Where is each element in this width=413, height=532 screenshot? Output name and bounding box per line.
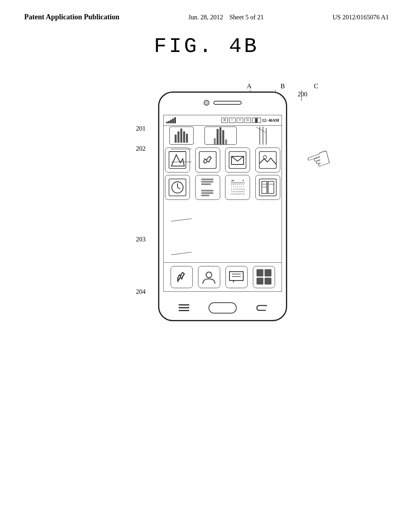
svg-rect-17 [268, 181, 274, 193]
back-icon [255, 303, 267, 313]
svg-point-22 [206, 272, 212, 278]
dock [164, 262, 282, 291]
app-icon-calendar[interactable]: 069 SMTWTFS 1234567 891011121314 1516171… [225, 175, 250, 200]
dock-grid-icon[interactable] [253, 266, 275, 288]
home-button[interactable] [209, 302, 237, 314]
phone-icon [198, 151, 217, 169]
camera-lens [205, 102, 208, 104]
label-b: B [281, 83, 285, 90]
patent-number: US 2012/0165076 A1 [332, 12, 389, 23]
status-icon-1: ⊞ [221, 118, 228, 123]
bar-chart-icon-2 [214, 127, 227, 144]
battery-icon: ▓ [252, 118, 261, 123]
ref-203: 203 [136, 236, 146, 243]
mail-icon [228, 151, 247, 169]
app-row-2: 069 SMTWTFS 1234567 891011121314 1516171… [164, 175, 282, 200]
phone-top [204, 100, 242, 106]
app-icon-clock[interactable] [165, 175, 190, 200]
patent-label: Patent Application Publication [24, 12, 119, 22]
dock-phone-icon[interactable] [171, 266, 193, 288]
speaker-icon [213, 101, 242, 105]
dock-phone-svg [173, 268, 190, 285]
label-c: C [314, 83, 318, 90]
svg-line-14 [177, 187, 180, 189]
nav-bar [159, 296, 286, 320]
status-icon-4: ⊟ [244, 118, 251, 123]
app-icon-phone[interactable] [195, 148, 220, 172]
widget-row [164, 126, 282, 146]
svg-point-10 [263, 156, 267, 159]
dock-messages-svg [228, 268, 245, 285]
app-icon-gallery[interactable] [255, 148, 280, 172]
svg-rect-28 [179, 307, 189, 308]
svg-rect-9 [259, 152, 276, 168]
app-icon-tool[interactable] [165, 148, 190, 172]
app-icon-mail[interactable] [225, 148, 250, 172]
ref-204: 204 [136, 288, 146, 295]
touch-lines-icon [248, 127, 276, 145]
status-icon-3: ✕ [237, 118, 243, 123]
menu-button[interactable] [176, 302, 192, 314]
signal-icon [166, 117, 176, 123]
tool-icon [168, 151, 187, 169]
camera-icon [204, 100, 209, 106]
clock-icon [168, 178, 187, 197]
ref-200: 200 [298, 91, 307, 98]
bar-chart-icon [175, 129, 188, 143]
svg-rect-23 [229, 272, 243, 281]
app-icon-book[interactable] [255, 175, 280, 200]
widget-center [204, 127, 237, 145]
app-row-1 [164, 148, 282, 172]
hand-cursor-icon: ☞ [301, 139, 336, 179]
svg-rect-6 [199, 152, 216, 168]
notes-icon [200, 177, 216, 198]
svg-rect-29 [179, 310, 189, 311]
status-icon-2: ≡ [229, 118, 236, 123]
phone-container: A B C 200 201 202 203 204 ☞ [158, 83, 287, 321]
svg-marker-26 [233, 281, 234, 283]
grid-icon [257, 269, 271, 285]
gallery-icon [259, 151, 277, 169]
book-icon [259, 178, 277, 197]
dock-messages-icon[interactable] [225, 266, 248, 288]
phone-screen: ⊞ ≡ ✕ ⊟ ▓ 12: 46AM [163, 115, 282, 292]
header: Patent Application Publication Jun. 28, … [0, 0, 413, 23]
svg-rect-27 [179, 304, 189, 305]
back-button[interactable] [253, 302, 269, 314]
time-display: 12: 46AM [262, 118, 280, 123]
diagram-area: A B C 200 201 202 203 204 ☞ [0, 75, 413, 437]
phone-device: ⊞ ≡ ✕ ⊟ ▓ 12: 46AM [158, 91, 287, 321]
calendar-icon: 069 SMTWTFS 1234567 891011121314 1516171… [231, 179, 245, 195]
status-icons: ⊞ ≡ ✕ ⊟ ▓ 12: 46AM [221, 118, 280, 123]
dock-contacts-icon[interactable] [198, 266, 220, 288]
empty-area-203 [164, 202, 282, 262]
dock-contacts-svg [200, 268, 217, 285]
status-bar: ⊞ ≡ ✕ ⊟ ▓ 12: 46AM [164, 115, 282, 126]
date-sheet: Jun. 28, 2012 Sheet 5 of 21 [188, 12, 264, 23]
abc-labels: A B C [247, 83, 318, 90]
widget-right [248, 127, 276, 145]
svg-rect-16 [262, 181, 267, 193]
label-a: A [247, 83, 252, 90]
menu-icon [178, 303, 190, 313]
svg-marker-4 [171, 155, 184, 166]
ref-202: 202 [136, 145, 146, 152]
ref-201: 201 [136, 125, 146, 132]
app-icon-notes[interactable] [195, 175, 220, 200]
widget-left [169, 127, 194, 145]
figure-title: FIG. 4B [0, 35, 413, 58]
